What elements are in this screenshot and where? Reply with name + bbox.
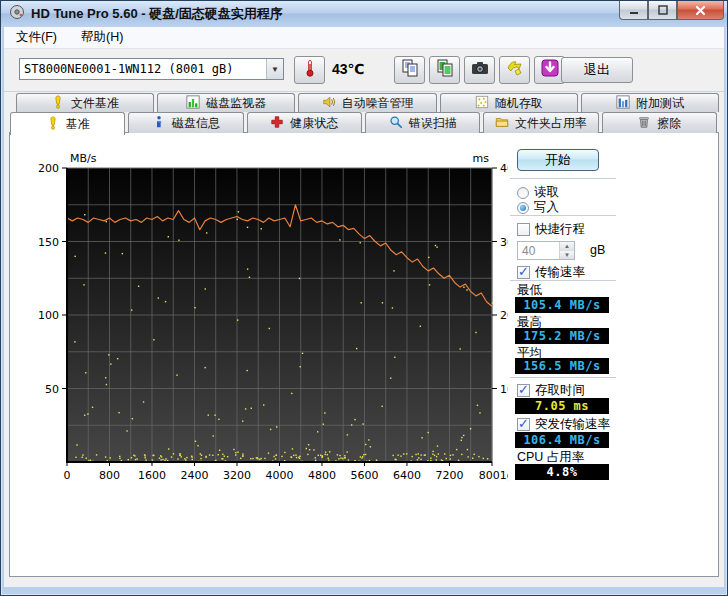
max-value: 175.2 MB/s bbox=[515, 328, 609, 344]
maximize-button[interactable] bbox=[648, 1, 677, 20]
tab-label: 文件夹占用率 bbox=[515, 115, 587, 132]
close-button[interactable] bbox=[677, 1, 724, 20]
tab-label: 健康状态 bbox=[290, 115, 338, 132]
svg-text:1600: 1600 bbox=[138, 469, 166, 482]
svg-text:8001gB: 8001gB bbox=[479, 469, 508, 482]
title-bar[interactable]: HD Tune Pro 5.60 - 硬盘/固态硬盘实用程序 bbox=[1, 1, 727, 27]
copy-image-button[interactable] bbox=[429, 56, 460, 84]
svg-text:MB/s: MB/s bbox=[70, 152, 97, 165]
app-window: HD Tune Pro 5.60 - 硬盘/固态硬盘实用程序 文件(F) 帮助(… bbox=[0, 0, 728, 596]
tab-磁盘信息[interactable]: 磁盘信息 bbox=[128, 112, 243, 133]
tab-随机存取[interactable]: 随机存取 bbox=[440, 93, 578, 112]
svg-text:4800: 4800 bbox=[308, 469, 336, 482]
tab-label: 擦除 bbox=[657, 115, 681, 132]
svg-text:200: 200 bbox=[38, 162, 59, 175]
tab-自动噪音管理[interactable]: 自动噪音管理 bbox=[298, 93, 436, 112]
min-value: 105.4 MB/s bbox=[515, 297, 609, 313]
window-controls bbox=[619, 1, 724, 20]
divider bbox=[510, 377, 616, 378]
divider bbox=[510, 280, 616, 281]
radio-write-label: 写入 bbox=[534, 199, 559, 216]
download-icon bbox=[540, 58, 560, 82]
chevron-down-icon[interactable]: ▼ bbox=[266, 59, 283, 79]
minimize-button[interactable] bbox=[619, 1, 648, 20]
tab-擦除[interactable]: 擦除 bbox=[602, 112, 717, 133]
tab-附加测试[interactable]: 附加测试 bbox=[581, 93, 719, 112]
save-button[interactable] bbox=[499, 56, 530, 84]
start-button[interactable]: 开始 bbox=[517, 149, 599, 171]
exclamation-icon bbox=[46, 116, 60, 133]
access-time-label: 存取时间 bbox=[535, 382, 585, 399]
stepper-arrows[interactable]: ▲▼ bbox=[559, 242, 574, 259]
dots-icon bbox=[475, 95, 489, 112]
tab-label: 错误扫描 bbox=[409, 115, 457, 132]
radio-read-circle[interactable] bbox=[517, 187, 529, 199]
burst-rate-checkbox[interactable]: 突发传输速率 bbox=[517, 416, 610, 433]
svg-text:150: 150 bbox=[38, 236, 59, 249]
checkbox-icon[interactable] bbox=[517, 266, 530, 279]
tab-label: 文件基准 bbox=[71, 95, 119, 112]
client-area: 文件(F) 帮助(H) ST8000NE0001-1WN112 (8001 gB… bbox=[4, 27, 724, 587]
access-time-checkbox[interactable]: 存取时间 bbox=[517, 382, 585, 399]
svg-text:3200: 3200 bbox=[223, 469, 251, 482]
benchmark-chart: 50100150200MB/s10203040ms080016002400320… bbox=[30, 149, 508, 484]
svg-text:50: 50 bbox=[45, 383, 59, 396]
transfer-rate-checkbox[interactable]: 传输速率 bbox=[517, 264, 585, 281]
green-chart-icon bbox=[186, 95, 200, 112]
tab-健康状态[interactable]: 健康状态 bbox=[247, 112, 362, 133]
app-icon bbox=[9, 4, 25, 24]
scan-icon bbox=[389, 115, 403, 132]
svg-text:30: 30 bbox=[500, 236, 508, 249]
tab-基准[interactable]: 基准 bbox=[10, 112, 125, 135]
stepper-value: 40 bbox=[518, 242, 559, 259]
menu-file[interactable]: 文件(F) bbox=[4, 26, 69, 49]
camera-button[interactable] bbox=[464, 56, 495, 84]
menu-help[interactable]: 帮助(H) bbox=[69, 26, 135, 49]
tab-row-primary: 基准磁盘信息健康状态错误扫描文件夹占用率擦除 bbox=[10, 112, 720, 133]
tab-文件夹占用率[interactable]: 文件夹占用率 bbox=[483, 112, 598, 133]
tab-错误扫描[interactable]: 错误扫描 bbox=[365, 112, 480, 133]
tab-label: 自动噪音管理 bbox=[342, 95, 414, 112]
copy-text-button[interactable] bbox=[394, 56, 425, 84]
checkbox-icon[interactable] bbox=[517, 384, 530, 397]
tab-文件基准[interactable]: 文件基准 bbox=[16, 93, 154, 112]
thermometer-icon bbox=[300, 58, 320, 82]
tab-磁盘监视器[interactable]: 磁盘监视器 bbox=[157, 93, 295, 112]
radio-write[interactable]: 写入 bbox=[517, 199, 559, 216]
short-stroke-size-stepper[interactable]: 40 ▲▼ bbox=[517, 241, 575, 260]
svg-text:5600: 5600 bbox=[350, 469, 378, 482]
svg-text:40: 40 bbox=[500, 162, 508, 175]
exclamation-icon bbox=[51, 95, 65, 112]
transfer-rate-plot: 50100150200MB/s10203040ms080016002400320… bbox=[30, 149, 508, 484]
cpu-usage-value: 4.8% bbox=[515, 464, 609, 480]
divider bbox=[510, 215, 616, 216]
checkbox-icon[interactable] bbox=[517, 418, 530, 431]
drive-select[interactable]: ST8000NE0001-1WN112 (8001 gB) ▼ bbox=[19, 58, 284, 80]
svg-text:800: 800 bbox=[99, 469, 120, 482]
arrow-down-icon[interactable]: ▼ bbox=[560, 251, 574, 260]
speaker-icon bbox=[322, 95, 336, 112]
checkbox-icon[interactable] bbox=[517, 223, 530, 236]
info-icon bbox=[152, 115, 166, 132]
trash-icon bbox=[637, 115, 651, 132]
burst-rate-label: 突发传输速率 bbox=[535, 416, 610, 433]
camera-icon bbox=[470, 58, 490, 82]
svg-text:0: 0 bbox=[64, 469, 71, 482]
temperature-value: 43℃ bbox=[332, 61, 365, 77]
tab-row-secondary: 文件基准磁盘监视器自动噪音管理随机存取附加测试 bbox=[16, 93, 722, 112]
tab-label: 附加测试 bbox=[636, 95, 684, 112]
svg-text:7200: 7200 bbox=[435, 469, 463, 482]
short-stroke-checkbox[interactable]: 快捷行程 bbox=[517, 221, 585, 238]
transfer-rate-label: 传输速率 bbox=[535, 264, 585, 281]
access-time-value: 7.05 ms bbox=[515, 398, 609, 414]
divider bbox=[510, 178, 616, 179]
exit-button[interactable]: 退出 bbox=[561, 57, 633, 83]
svg-text:6400: 6400 bbox=[393, 469, 421, 482]
drive-select-value: ST8000NE0001-1WN112 (8001 gB) bbox=[20, 59, 266, 79]
stepper-unit-label: gB bbox=[590, 243, 605, 257]
health-icon bbox=[270, 115, 284, 132]
temperature-button[interactable] bbox=[294, 56, 325, 84]
arrow-up-icon[interactable]: ▲ bbox=[560, 242, 574, 251]
svg-text:10: 10 bbox=[500, 383, 508, 396]
radio-write-circle[interactable] bbox=[517, 202, 529, 214]
